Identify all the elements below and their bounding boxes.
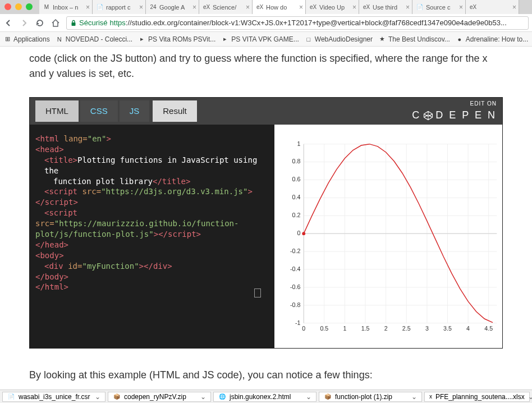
chevron-down-icon[interactable]: ⌄ — [528, 393, 532, 401]
svg-text:0.5: 0.5 — [320, 325, 328, 332]
browser-tab-strip: MInbox – n×📄rapport c×24Google A×eXScien… — [0, 0, 532, 14]
reload-button[interactable] — [35, 18, 45, 28]
svg-text:0: 0 — [297, 230, 300, 236]
browser-tab[interactable]: eXScience/× — [199, 0, 253, 14]
browser-tab[interactable]: MInbox – n× — [39, 0, 93, 14]
favicon-icon: 📄 — [416, 3, 424, 11]
codepen-embed: HTML CSS JS Result EDIT ON C D E P E N <… — [29, 97, 503, 349]
tab-html[interactable]: HTML — [35, 100, 79, 122]
file-icon: x — [429, 393, 432, 401]
svg-text:-1: -1 — [295, 319, 301, 326]
svg-text:0.8: 0.8 — [292, 158, 301, 164]
code-line: <div id="myFunction"></div> — [35, 261, 269, 272]
svg-text:4: 4 — [466, 325, 470, 332]
svg-text:-0.6: -0.6 — [290, 283, 300, 290]
download-item[interactable]: 🌐jsbin.gukonex.2.html⌄ — [213, 392, 317, 402]
code-line: <script src="https://d3js.org/d3.v3.min.… — [35, 186, 269, 197]
download-item[interactable]: 📦codepen_ryNPzV.zip⌄ — [108, 392, 211, 402]
tab-close-icon[interactable]: × — [459, 3, 463, 11]
code-line: </html> — [35, 282, 269, 292]
code-line: <title>Plotting functions in JavaScript … — [35, 155, 269, 176]
code-line: plot/js/function-plot.js"></script> — [35, 229, 269, 240]
svg-text:3.5: 3.5 — [443, 325, 452, 332]
tab-close-icon[interactable]: × — [406, 3, 410, 11]
back-button[interactable] — [3, 18, 13, 28]
svg-text:3: 3 — [425, 325, 429, 332]
file-icon: 📦 — [324, 393, 332, 401]
favicon-icon: eX — [309, 3, 317, 11]
function-plot-chart[interactable]: 00.511.522.533.544.5-1-0.8-0.6-0.4-0.200… — [274, 125, 502, 348]
svg-text:-0.4: -0.4 — [290, 265, 300, 272]
bookmark-item[interactable]: NNOVEDAD - Colecci... — [56, 35, 132, 43]
tab-css[interactable]: CSS — [80, 100, 118, 122]
chevron-down-icon[interactable]: ⌄ — [200, 393, 206, 401]
address-bar[interactable]: Sécurisé https://studio.edx.org/containe… — [66, 16, 529, 30]
download-item[interactable]: 📦function-plot (1).zip⌄ — [319, 392, 422, 402]
download-item[interactable]: xPFE_planning_soutena....xlsx⌄ — [424, 392, 530, 402]
code-line: <html lang="en"> — [35, 134, 269, 144]
tab-label: Inbox – n — [53, 4, 85, 11]
url-text: https://studio.edx.org/container/block-v… — [110, 19, 507, 27]
browser-tab[interactable]: 📄rapport c× — [93, 0, 146, 14]
svg-text:0.2: 0.2 — [292, 212, 301, 218]
svg-point-45 — [302, 232, 305, 235]
tab-close-icon[interactable]: × — [192, 3, 196, 11]
bookmark-label: NOVEDAD - Colecci... — [66, 35, 132, 43]
tab-close-icon[interactable]: × — [352, 3, 356, 11]
favicon-icon: eX — [256, 3, 264, 11]
tab-js[interactable]: JS — [120, 100, 150, 122]
browser-tab[interactable]: eX× — [466, 0, 519, 14]
bookmark-item[interactable]: □WebAudioDesigner — [305, 35, 373, 43]
browser-tab[interactable]: eXUse third× — [359, 0, 412, 14]
tab-close-icon[interactable]: × — [299, 3, 303, 11]
tab-result[interactable]: Result — [153, 100, 197, 122]
tab-label: Video Up — [319, 4, 351, 11]
bookmark-item[interactable]: ●Adrenaline: How to... — [456, 35, 528, 43]
codepen-logo[interactable]: EDIT ON C D E P E N — [412, 99, 497, 123]
code-line: <body> — [35, 250, 269, 261]
svg-text:1.5: 1.5 — [361, 325, 370, 332]
browser-tab[interactable]: eXVideo Up× — [306, 0, 359, 14]
tab-close-icon[interactable]: × — [139, 3, 143, 11]
paragraph-intro: code (click on the JS button) and try to… — [29, 51, 503, 81]
tab-close-icon[interactable]: × — [512, 3, 516, 11]
download-label: PFE_planning_soutena....xlsx — [435, 393, 525, 401]
chevron-down-icon[interactable]: ⌄ — [95, 393, 100, 401]
file-icon: 📦 — [113, 393, 121, 401]
tab-close-icon[interactable]: × — [246, 3, 250, 11]
browser-tab[interactable]: eXHow do× — [253, 0, 306, 14]
bookmark-label: PS Vita ROMs PSVit... — [148, 35, 215, 43]
bookmark-item[interactable]: ★The Best Undiscov... — [378, 35, 450, 43]
code-line: <script — [35, 208, 269, 218]
download-label: function-plot (1).zip — [335, 393, 392, 401]
bookmark-item[interactable]: ▸PS Vita ROMs PSVit... — [138, 35, 215, 43]
forward-button[interactable] — [19, 18, 29, 28]
code-line: function plot library</title> — [35, 176, 269, 187]
minimize-window-icon[interactable] — [15, 3, 22, 10]
code-line: </body> — [35, 272, 269, 282]
download-item[interactable]: 📄wasabi_i3s_unice_fr.csr⌄ — [2, 392, 106, 402]
codepen-icon — [423, 111, 433, 121]
code-panel[interactable]: <html lang="en"><head><title>Plotting fu… — [30, 125, 274, 348]
tab-label: Source c — [426, 4, 458, 11]
bookmark-item[interactable]: ⊞Applications — [3, 35, 50, 43]
bookmark-item[interactable]: ▸PS VITA VPK GAME... — [221, 35, 299, 43]
svg-text:1: 1 — [343, 325, 346, 332]
codepen-brand: C D E P E N — [412, 108, 497, 123]
favicon-icon: eX — [203, 3, 210, 11]
file-icon: 📄 — [7, 393, 15, 401]
browser-tab[interactable]: 24Google A× — [146, 0, 199, 14]
home-button[interactable] — [51, 18, 61, 28]
secure-indicator: Sécurisé — [70, 19, 108, 27]
chevron-down-icon[interactable]: ⌄ — [411, 393, 417, 401]
close-window-icon[interactable] — [4, 3, 11, 10]
maximize-window-icon[interactable] — [26, 3, 33, 10]
download-label: codepen_ryNPzV.zip — [124, 393, 186, 401]
tab-close-icon[interactable]: × — [86, 3, 90, 11]
chevron-down-icon[interactable]: ⌄ — [306, 393, 311, 401]
svg-text:-0.8: -0.8 — [290, 301, 300, 308]
edit-on-label: EDIT ON — [412, 99, 497, 108]
browser-tab[interactable]: 📄Source c× — [412, 0, 466, 14]
codepen-header: HTML CSS JS Result EDIT ON C D E P E N — [30, 98, 502, 125]
favicon-icon: eX — [363, 3, 370, 11]
